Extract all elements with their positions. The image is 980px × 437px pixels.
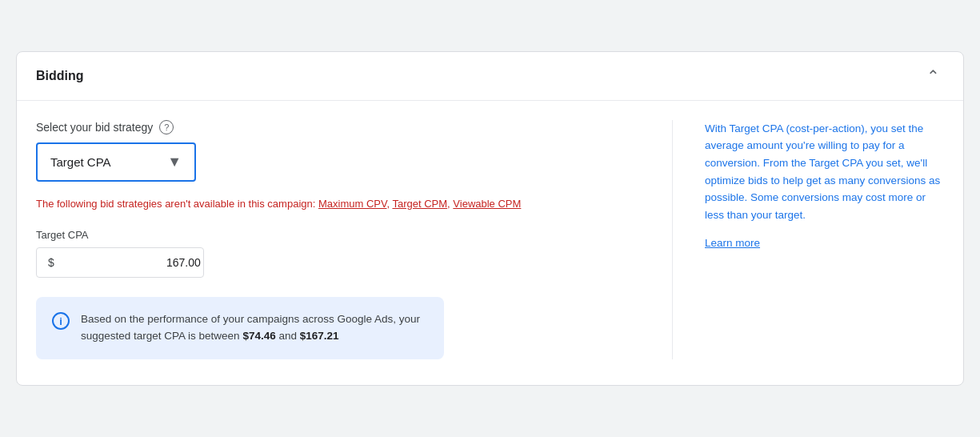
unavailable-notice: The following bid strategies aren't avai… [36, 196, 640, 212]
target-cpa-input-wrapper: $ [36, 247, 204, 278]
info-text: Based on the performance of your campaig… [81, 311, 428, 345]
bidding-card: Bidding ⌃ Select your bid strategy ? Tar… [16, 51, 964, 386]
chevron-up-icon: ⌃ [926, 66, 940, 86]
target-cpa-label: Target CPA [36, 229, 640, 241]
card-body: Select your bid strategy ? Target CPA ▼ … [17, 101, 963, 385]
viewable-cpm-link[interactable]: Viewable CPM [453, 198, 521, 210]
info-box: i Based on the performance of your campa… [36, 297, 444, 359]
learn-more-link[interactable]: Learn more [705, 235, 944, 252]
range-end: $167.21 [300, 330, 339, 342]
right-description: With Target CPA (cost-per-action), you s… [705, 120, 944, 252]
maximum-cpv-link[interactable]: Maximum CPV [318, 198, 386, 210]
target-cpm-link[interactable]: Target CPM [392, 198, 447, 210]
bid-strategy-label-row: Select your bid strategy ? [36, 120, 640, 134]
right-section: With Target CPA (cost-per-action), you s… [672, 120, 944, 359]
right-description-text: With Target CPA (cost-per-action), you s… [705, 122, 940, 221]
dropdown-arrow-icon: ▼ [167, 154, 182, 170]
info-icon: i [52, 312, 70, 330]
collapse-button[interactable]: ⌃ [922, 65, 944, 87]
bid-strategy-label: Select your bid strategy [36, 121, 153, 134]
bid-strategy-dropdown[interactable]: Target CPA ▼ [36, 142, 196, 182]
card-header: Bidding ⌃ [17, 52, 963, 101]
currency-symbol: $ [48, 256, 54, 269]
range-start: $74.46 [242, 330, 275, 342]
help-icon[interactable]: ? [159, 120, 174, 134]
card-title: Bidding [36, 69, 84, 83]
target-cpa-input[interactable] [61, 256, 201, 269]
left-section: Select your bid strategy ? Target CPA ▼ … [36, 120, 672, 359]
info-text-between: and [276, 330, 300, 342]
unavailable-notice-prefix: The following bid strategies aren't avai… [36, 198, 318, 210]
bid-strategy-selected-value: Target CPA [50, 155, 111, 169]
